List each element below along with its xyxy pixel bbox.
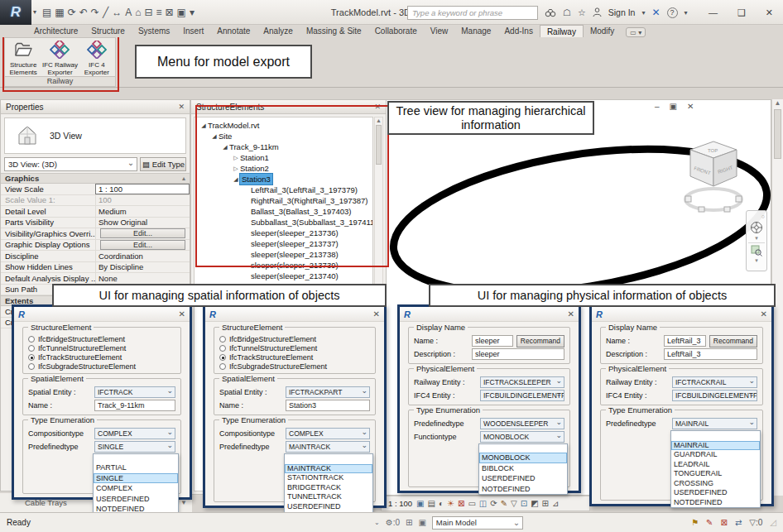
switch-windows-icon[interactable]: ▣	[177, 0, 186, 25]
steering-wheel-icon[interactable]	[750, 221, 763, 234]
view-cube[interactable]: TOP FRONT RIGHT	[681, 138, 746, 221]
filter-icon[interactable]: ▽:0	[749, 518, 762, 527]
crop-view-off-icon[interactable]: ⊠	[458, 499, 464, 508]
tab-collaborate[interactable]: Collaborate	[368, 25, 424, 37]
property-value[interactable]: Edit...	[95, 228, 190, 239]
user-icon[interactable]	[593, 7, 602, 17]
worksets-dialog-icon[interactable]: ⊞	[406, 518, 412, 527]
property-row[interactable]: Parts VisibilityShow Original	[1, 218, 190, 229]
dialog-close-icon[interactable]: ✕	[179, 309, 185, 319]
tree-expand-open-icon[interactable]: ◢	[232, 174, 240, 185]
combo-field[interactable]: IFCTRACKRAIL	[672, 376, 757, 388]
worksets-icon[interactable]: ⚑	[691, 518, 699, 527]
temporary-hide-icon[interactable]: ◫	[479, 499, 487, 508]
dropdown-item[interactable]: BRIDGETRACK	[285, 483, 372, 493]
exchange-apps-icon[interactable]: ✕	[651, 7, 660, 18]
editing-requests-icon[interactable]: ⚙:0	[386, 518, 400, 527]
tree-close-icon[interactable]: ✕	[374, 103, 381, 111]
zoom-caret-icon[interactable]: ▾	[755, 258, 758, 263]
dropdown-item[interactable]	[285, 454, 372, 464]
render-icon[interactable]: ⊿	[552, 499, 559, 508]
type-selector-combo[interactable]: 3D View: (3D)	[4, 157, 137, 171]
input-field[interactable]: Track_9-11km	[94, 400, 175, 411]
tree-item[interactable]: sleeper(sleeper_213737)	[195, 238, 372, 249]
property-value[interactable]: Show Original	[95, 218, 190, 228]
tab-massing-site[interactable]: Massing & Site	[300, 25, 368, 37]
properties-close-icon[interactable]: ✕	[178, 103, 185, 111]
tree-item[interactable]: Ballast_3(Ballast_3_197403)	[195, 206, 372, 217]
dialog-close-icon[interactable]: ✕	[373, 309, 380, 319]
dropdown-item[interactable]	[94, 454, 178, 463]
status-scroll-icon[interactable]: ⌄	[374, 519, 380, 526]
dropdown-item[interactable]: MONOBLOCK	[479, 453, 567, 463]
favorites-star-icon[interactable]: ☆	[578, 7, 586, 18]
customize-quick-access-icon[interactable]: ▾	[190, 0, 195, 25]
design-options-combo[interactable]: Main Model	[432, 516, 523, 530]
tab-add-ins[interactable]: Add-Ins	[497, 25, 539, 37]
edit-button[interactable]: Edit...	[100, 240, 185, 250]
property-value[interactable]: None	[95, 273, 190, 284]
maximize-button[interactable]: ❑	[737, 7, 746, 18]
tree-expand-closed-icon[interactable]: ▷	[232, 163, 240, 174]
radio-icon[interactable]	[28, 345, 35, 352]
combo-field[interactable]: COMPLEX	[286, 428, 370, 439]
input-field[interactable]: sleeper	[472, 348, 564, 360]
subscription-icon[interactable]: ☖	[563, 7, 571, 18]
recommand-button[interactable]: Recommand	[709, 335, 757, 347]
dropdown-item[interactable]: GUARDRAIL	[671, 450, 760, 460]
radio-option[interactable]: IfcTrackStructureElement	[219, 352, 370, 362]
tree-scroll-up-icon[interactable]: ▲	[376, 117, 382, 123]
shadows-off-icon[interactable]: ◐	[439, 499, 444, 508]
reveal-hidden-icon[interactable]: ⟳	[490, 499, 497, 508]
radio-icon[interactable]	[219, 336, 226, 343]
dropdown-item[interactable]: LEADRAIL	[671, 460, 760, 470]
radio-icon[interactable]	[219, 363, 226, 370]
search-icon[interactable]	[545, 8, 556, 17]
dropdown-item[interactable]: USERDEFINED	[285, 502, 372, 512]
view-minimize-icon[interactable]: –	[655, 102, 660, 111]
dropdown-item[interactable]: MAINTRACK	[285, 464, 372, 474]
dropdown-item[interactable]	[479, 444, 567, 453]
property-row[interactable]: Default Analysis Display ...None	[1, 273, 190, 285]
combo-field[interactable]: IFCTRACKPART	[286, 386, 370, 398]
dropdown-item[interactable]: CROSSING	[671, 479, 760, 489]
tab-insert[interactable]: Insert	[176, 25, 210, 37]
radio-icon[interactable]	[28, 354, 35, 361]
tab-systems[interactable]: Systems	[132, 25, 176, 37]
sync-with-central-icon[interactable]: ⟳	[68, 0, 76, 25]
combo-field[interactable]: MAINTRACK	[286, 441, 370, 453]
exclude-options-icon[interactable]: ⊠	[720, 518, 727, 527]
dialog-close-icon[interactable]: ✕	[568, 309, 574, 319]
property-row[interactable]: Show Hidden LinesBy Discipline	[1, 262, 190, 274]
section-collapse-icon[interactable]: ▴	[182, 175, 185, 182]
type-preview[interactable]: 3D View	[4, 117, 186, 154]
tree-item[interactable]: ◢Station3	[195, 174, 372, 185]
tab-annotate[interactable]: Annotate	[210, 25, 257, 37]
tree-item[interactable]: ▷Station2	[195, 163, 372, 174]
selection-box-icon[interactable]: ⊞	[542, 499, 549, 508]
ribbon-button-ifc-4-exporter[interactable]: IFC 4 Exporter	[79, 38, 115, 76]
tree-expand-open-icon[interactable]: ◢	[199, 120, 208, 131]
property-value[interactable]: 100	[95, 195, 190, 206]
combo-field[interactable]: IFCTRACKSLEEPER	[480, 376, 564, 388]
radio-icon[interactable]	[219, 345, 226, 352]
combo-field[interactable]: COMPLEX	[94, 428, 175, 439]
analytical-model-icon[interactable]: ⊡	[521, 499, 527, 508]
detail-level-icon[interactable]: ▤	[428, 499, 435, 508]
temporary-view-properties-icon[interactable]: ▽	[511, 499, 517, 508]
sign-in-caret-icon[interactable]: ▾	[641, 9, 645, 17]
input-field[interactable]: Station3	[286, 400, 370, 411]
properties-section-graphics[interactable]: Graphics▴	[1, 173, 190, 184]
dropdown-item[interactable]: TONGUERAIL	[671, 469, 760, 479]
property-row[interactable]: Scale Value 1:100	[1, 195, 190, 207]
tree-item[interactable]: sleeper(sleeper_213736)	[195, 228, 372, 238]
tab-analyze[interactable]: Analyze	[257, 25, 300, 37]
tab-view[interactable]: View	[424, 25, 455, 37]
thin-lines-icon[interactable]: ≡	[156, 0, 161, 25]
input-field[interactable]: LeftRail_3	[664, 348, 757, 360]
tab-structure[interactable]: Structure	[84, 25, 132, 37]
open-icon[interactable]: ▤	[42, 0, 51, 25]
scrollbar-thumb[interactable]	[774, 109, 781, 159]
property-row[interactable]: Detail LevelMedium	[1, 206, 190, 218]
dropdown-item[interactable]: TUNNELTRACK	[285, 492, 372, 502]
